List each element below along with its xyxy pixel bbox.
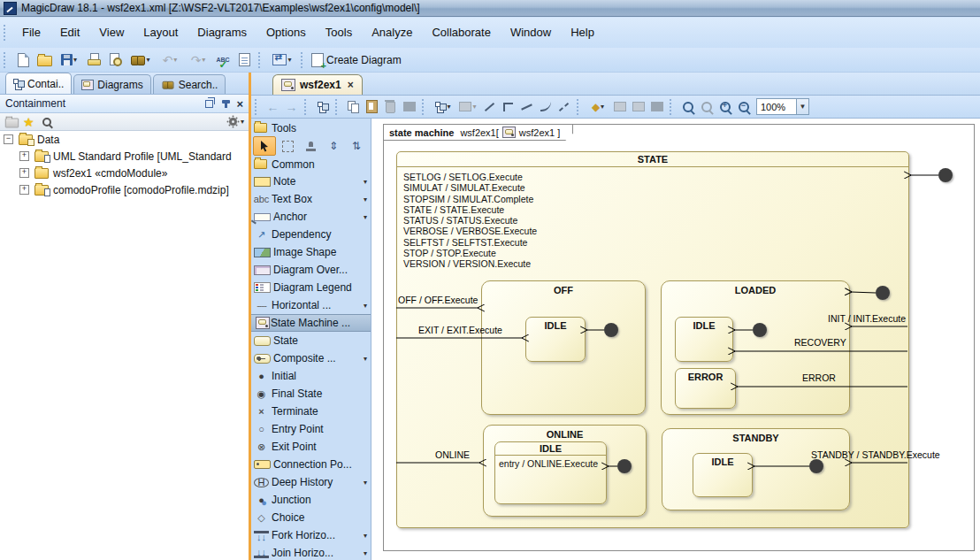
zoom-in-button[interactable]: + bbox=[716, 98, 734, 116]
tool-terminate[interactable]: × Terminate bbox=[251, 403, 371, 420]
caret-down-icon[interactable] bbox=[364, 549, 367, 557]
print-button[interactable] bbox=[83, 50, 104, 70]
toolbar-drag-handle[interactable] bbox=[255, 99, 260, 115]
internal-transition-line[interactable]: VERSION / VERSION.Execute bbox=[403, 258, 908, 269]
tool-horizontal-separator[interactable]: ---- Horizontal ... bbox=[251, 296, 371, 314]
toolbar-drag-handle[interactable] bbox=[301, 52, 306, 68]
zoom-region-button[interactable] bbox=[678, 98, 697, 116]
close-tab-icon[interactable]: × bbox=[348, 79, 354, 91]
center-vertical-button[interactable]: ⇅ bbox=[345, 136, 368, 156]
initial-pseudostate-online[interactable] bbox=[617, 459, 632, 473]
tool-dependency[interactable]: ↗ Dependency bbox=[251, 226, 371, 243]
expander-icon[interactable] bbox=[19, 168, 29, 178]
quick-search-icon[interactable] bbox=[42, 118, 51, 127]
find-button[interactable] bbox=[126, 50, 156, 70]
path-straight-button[interactable] bbox=[480, 98, 499, 116]
tab-search[interactable]: Search.. bbox=[153, 74, 226, 94]
tool-junction[interactable]: ● Junction bbox=[251, 491, 371, 509]
tab-diagrams[interactable]: Diagrams bbox=[73, 74, 150, 94]
stamp-tool-button[interactable] bbox=[299, 136, 322, 156]
caret-down-icon[interactable] bbox=[364, 213, 367, 221]
caret-down-icon[interactable] bbox=[202, 56, 205, 64]
transition-label-standby[interactable]: STANDBY / STANDBY.Execute bbox=[811, 449, 940, 460]
caret-down-icon[interactable] bbox=[601, 103, 604, 111]
title-bar[interactable]: MagicDraw 18.1 - wsf2ex1.xml [Z:\WSF2-VL… bbox=[0, 0, 980, 17]
caret-down-icon[interactable] bbox=[364, 196, 367, 203]
menu-edit[interactable]: Edit bbox=[50, 18, 89, 48]
internal-transition-line[interactable]: STOPSIM / SIMULAT.Complete bbox=[403, 194, 908, 204]
redo-button[interactable]: ↷ bbox=[184, 50, 212, 70]
transfer-button[interactable] bbox=[267, 50, 297, 70]
state-machine-group-header[interactable]: State Machine ... bbox=[251, 314, 371, 332]
state-OFF-IDLE[interactable]: IDLE bbox=[525, 317, 586, 362]
tree-item-data[interactable]: Data bbox=[4, 131, 249, 148]
state-LOADED-IDLE[interactable]: IDLE bbox=[675, 317, 733, 362]
tool-image-shape[interactable]: Image Shape bbox=[251, 243, 371, 261]
initial-pseudostate-standby[interactable] bbox=[809, 459, 823, 473]
zoom-combobox[interactable]: 100% ▼ bbox=[756, 98, 809, 115]
tool-final-state[interactable]: ◉ Final State bbox=[251, 385, 371, 403]
transition-label-online[interactable]: ONLINE bbox=[435, 449, 470, 460]
toolbar-drag-handle[interactable] bbox=[670, 99, 675, 115]
initial-pseudostate-loaded-entry[interactable] bbox=[876, 286, 890, 300]
toolbar-drag-handle[interactable] bbox=[4, 25, 9, 41]
caret-down-icon[interactable] bbox=[241, 118, 244, 126]
path-dashed-button[interactable] bbox=[555, 98, 573, 116]
tool-connection-point[interactable]: Connection Po... bbox=[251, 456, 371, 473]
tool-choice[interactable]: ◇ Choice bbox=[251, 509, 371, 526]
toolbar-drag-handle[interactable] bbox=[577, 99, 582, 115]
path-rectilinear-button[interactable] bbox=[499, 98, 517, 116]
pin-panel-icon[interactable] bbox=[225, 100, 227, 108]
internal-transition-line[interactable]: STATE / STATE.Execute bbox=[403, 204, 908, 215]
close-panel-icon[interactable]: × bbox=[236, 98, 243, 110]
menu-collaborate[interactable]: Collaborate bbox=[422, 18, 501, 48]
forward-button[interactable]: → bbox=[282, 98, 301, 116]
menu-window[interactable]: Window bbox=[501, 18, 561, 48]
transition-label-exit[interactable]: EXIT / EXIT.Execute bbox=[418, 325, 502, 335]
state-STANDBY-IDLE[interactable]: IDLE bbox=[693, 453, 753, 497]
internal-transition-line[interactable]: STOP / STOP.Execute bbox=[403, 248, 908, 258]
selection-tool-button[interactable] bbox=[253, 136, 276, 156]
path-oblique-button[interactable] bbox=[517, 98, 536, 116]
open-specification-icon[interactable] bbox=[5, 119, 19, 128]
diagram-tab-wsf2ex1[interactable]: wsf2ex1 × bbox=[272, 74, 363, 95]
caret-down-icon[interactable] bbox=[472, 103, 476, 111]
initial-pseudostate-loaded[interactable] bbox=[753, 323, 767, 337]
initial-pseudostate-off[interactable] bbox=[604, 323, 618, 337]
toolbar-drag-handle[interactable] bbox=[4, 52, 9, 68]
expander-icon[interactable] bbox=[19, 185, 29, 195]
toolbar-drag-handle[interactable] bbox=[335, 99, 341, 115]
zoom-out-button[interactable]: − bbox=[734, 98, 753, 116]
tool-anchor[interactable]: Anchor bbox=[251, 208, 371, 226]
menu-layout[interactable]: Layout bbox=[134, 18, 188, 48]
common-group-header[interactable]: Common bbox=[251, 156, 371, 173]
internal-transition-line[interactable]: STATUS / STATUS.Execute bbox=[403, 215, 908, 226]
caret-down-icon[interactable] bbox=[73, 56, 77, 64]
caret-down-icon[interactable] bbox=[173, 56, 177, 64]
expander-icon[interactable] bbox=[19, 151, 29, 161]
caret-down-icon[interactable] bbox=[364, 479, 367, 487]
tool-state[interactable]: State bbox=[251, 332, 371, 349]
tools-group-header[interactable]: Tools bbox=[251, 119, 371, 136]
tool-text-box[interactable]: abc Text Box bbox=[251, 190, 371, 208]
toolbar-drag-handle[interactable] bbox=[422, 99, 427, 115]
tool-exit-point[interactable]: ⊗ Exit Point bbox=[251, 438, 371, 456]
save-button[interactable] bbox=[55, 50, 83, 70]
caret-down-icon[interactable] bbox=[287, 56, 291, 64]
zoom-1to1-button[interactable] bbox=[697, 98, 716, 116]
diagram-canvas[interactable]: state machine wsf2ex1[ wsf2ex1 ] STATE S… bbox=[371, 119, 980, 560]
transition-label-init[interactable]: INIT / INIT.Execute bbox=[771, 313, 906, 324]
tree-item-uml-standard-profile[interactable]: UML Standard Profile [UML_Standard bbox=[19, 148, 249, 165]
internal-transition-line[interactable]: VERBOSE / VERBOSE.Execute bbox=[403, 226, 908, 236]
select-in-containment-button[interactable] bbox=[313, 98, 332, 116]
tree-item-wsf2ex1[interactable]: wsf2ex1 «cmdoModule» bbox=[19, 165, 249, 181]
open-project-button[interactable] bbox=[34, 50, 55, 70]
float-panel-icon[interactable] bbox=[205, 100, 213, 108]
menu-help[interactable]: Help bbox=[561, 18, 604, 48]
menu-options[interactable]: Options bbox=[256, 18, 316, 48]
tool-diagram-overview[interactable]: Diagram Over... bbox=[251, 261, 371, 279]
tab-containment[interactable]: Contai.. bbox=[5, 73, 72, 94]
menu-file[interactable]: File bbox=[12, 18, 50, 48]
show-diamond-button[interactable]: ◆ bbox=[586, 98, 610, 116]
caret-down-icon[interactable] bbox=[447, 103, 450, 111]
